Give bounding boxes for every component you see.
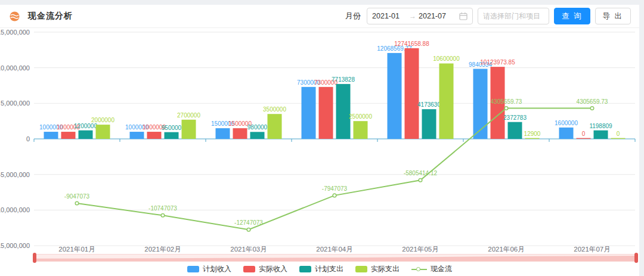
month-field-label: 月份 — [345, 11, 361, 21]
datazoom-slider[interactable] — [34, 254, 637, 262]
bar[interactable] — [336, 84, 351, 139]
line-point[interactable] — [590, 107, 594, 110]
legend-swatch — [299, 266, 311, 272]
end-month-input[interactable] — [419, 12, 453, 20]
legend-label: 实际支出 — [371, 264, 400, 274]
bar[interactable] — [559, 128, 574, 139]
line-point[interactable] — [419, 179, 422, 182]
x-axis-label: 2021年03月 — [230, 246, 267, 253]
bar-value-label: 4173630 — [417, 101, 441, 108]
legend-label: 实际收入 — [259, 264, 287, 274]
bar[interactable] — [388, 53, 402, 139]
month-range-picker[interactable]: → — [367, 8, 473, 24]
bar[interactable] — [61, 132, 76, 139]
line-point[interactable] — [75, 201, 79, 205]
line-value-label: 4305659.73 — [491, 98, 522, 105]
line-point[interactable] — [504, 107, 508, 110]
y-axis-tick-label: -5,000,000 — [0, 171, 30, 178]
bar-value-label: 12900 — [524, 131, 541, 137]
line-point[interactable] — [161, 214, 165, 218]
bar[interactable] — [182, 120, 196, 139]
datazoom-row — [0, 253, 639, 263]
bar-value-label: 1600000 — [555, 120, 578, 126]
legend-line-icon — [411, 266, 427, 272]
bar[interactable] — [147, 132, 162, 139]
cashflow-chart[interactable]: 15,000,00010,000,0005,000,0000-5,000,000… — [0, 28, 639, 253]
legend-label: 计划收入 — [203, 264, 231, 274]
cashflow-panel: 现金流分析 月份 → 查 询 导 出 15,000,00010,000,0005… — [0, 5, 639, 276]
y-axis-tick-label: 0 — [26, 135, 30, 142]
bar-value-label: 2000000 — [91, 117, 114, 123]
bar[interactable] — [594, 131, 608, 139]
bar[interactable] — [508, 122, 522, 139]
bar[interactable] — [216, 128, 230, 139]
bar[interactable] — [577, 138, 591, 139]
bar[interactable] — [79, 131, 93, 139]
x-axis-label: 2021年07月 — [574, 246, 610, 253]
bar[interactable] — [44, 132, 58, 139]
page-title: 现金流分析 — [28, 11, 73, 21]
line-point[interactable] — [247, 228, 250, 231]
bar[interactable] — [130, 132, 144, 139]
legend-item-计划收入[interactable]: 计划收入 — [187, 264, 231, 274]
bar-value-label: 10600000 — [433, 55, 460, 62]
start-month-input[interactable] — [372, 12, 407, 20]
bar-value-label: 1200000 — [74, 123, 97, 129]
bar[interactable] — [473, 69, 488, 139]
line-value-label: -9047073 — [64, 193, 90, 200]
bar-value-label: 0 — [582, 131, 586, 137]
x-axis-label: 2021年04月 — [316, 246, 352, 253]
line-point[interactable] — [333, 194, 336, 197]
bar-value-label: 2700000 — [177, 112, 200, 119]
export-button[interactable]: 导 出 — [595, 8, 631, 24]
bar-value-label: 3500000 — [263, 106, 286, 113]
bar-value-label: 2500000 — [349, 113, 372, 120]
range-arrow-icon: → — [409, 12, 416, 20]
bar[interactable] — [302, 87, 316, 139]
bar-value-label: 980000 — [247, 124, 268, 131]
chart-area: 15,000,00010,000,0005,000,0000-5,000,000… — [0, 28, 639, 253]
y-axis-tick-label: 15,000,000 — [0, 29, 30, 36]
calendar-icon — [459, 12, 467, 20]
x-axis-label: 2021年02月 — [144, 246, 181, 253]
legend-swatch — [187, 266, 199, 272]
bar[interactable] — [354, 121, 368, 139]
bar-value-label: 0 — [617, 131, 620, 137]
bar[interactable] — [405, 48, 419, 139]
project-select-input[interactable] — [478, 8, 549, 24]
legend-item-现金流[interactable]: 现金流 — [411, 264, 452, 274]
bar[interactable] — [422, 109, 436, 139]
legend-item-实际支出[interactable]: 实际支出 — [355, 264, 400, 274]
bar[interactable] — [250, 132, 265, 139]
query-button[interactable]: 查 询 — [554, 8, 590, 24]
datazoom-right-handle[interactable] — [634, 253, 638, 263]
bar[interactable] — [611, 138, 626, 139]
bar[interactable] — [96, 125, 110, 139]
bar-value-label: 12741658.88 — [394, 41, 429, 47]
x-axis-label: 2021年01月 — [58, 246, 95, 253]
bar[interactable] — [233, 128, 247, 139]
app-logo-icon — [10, 11, 20, 21]
legend-swatch — [355, 266, 367, 272]
line-value-label: -12747073 — [234, 219, 263, 226]
y-axis-tick-label: -15,000,000 — [0, 242, 30, 249]
bar[interactable] — [525, 138, 540, 139]
bar[interactable] — [165, 132, 179, 139]
bar[interactable] — [439, 63, 454, 139]
bar[interactable] — [319, 87, 333, 139]
panel-header: 现金流分析 月份 → 查 询 导 出 — [0, 5, 639, 28]
x-axis-label: 2021年05月 — [402, 246, 438, 253]
bar[interactable] — [268, 114, 282, 139]
line-value-label: -10747073 — [148, 205, 177, 212]
legend-label: 计划支出 — [315, 264, 343, 274]
bar-value-label: 1198809 — [589, 123, 612, 129]
line-value-label: -7947073 — [322, 185, 348, 192]
legend-item-计划支出[interactable]: 计划支出 — [299, 264, 343, 274]
x-axis-label: 2021年06月 — [488, 246, 524, 253]
line-value-label: -5805414.12 — [404, 170, 438, 176]
y-axis-tick-label: -10,000,000 — [0, 206, 30, 213]
datazoom-left-handle[interactable] — [33, 253, 36, 263]
filter-bar: 月份 → 查 询 导 出 — [345, 8, 631, 24]
bar-value-label: 2372783 — [503, 114, 527, 121]
legend-item-实际收入[interactable]: 实际收入 — [243, 264, 287, 274]
